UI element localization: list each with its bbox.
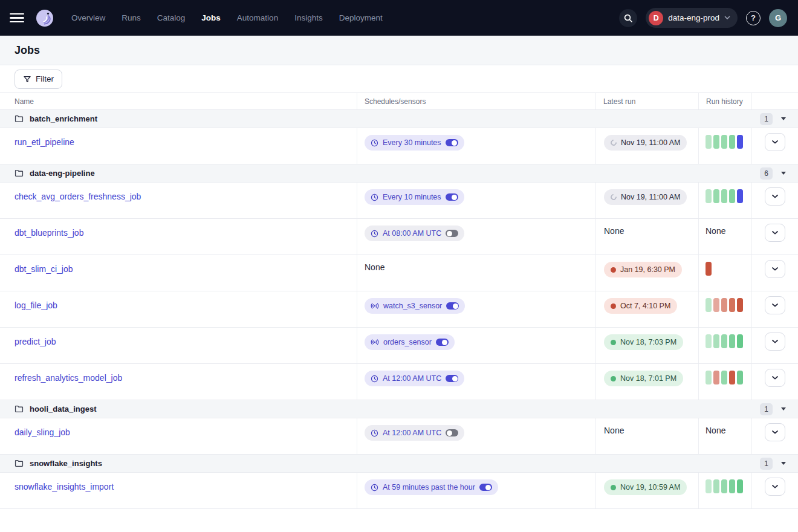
sensor-badge[interactable]: watch_s3_sensor xyxy=(365,298,465,314)
job-name-link[interactable]: refresh_analytics_model_job xyxy=(15,373,122,383)
nav-item-insights[interactable]: Insights xyxy=(294,13,323,22)
expand-row-button[interactable] xyxy=(765,133,785,151)
job-name-link[interactable]: daily_sling_job xyxy=(15,427,70,437)
run-history-bar[interactable] xyxy=(737,479,743,493)
latest-run-pill[interactable]: Jan 19, 6:30 PM xyxy=(604,262,682,277)
run-history-bar[interactable] xyxy=(729,189,735,203)
group-collapse-caret[interactable] xyxy=(781,407,786,410)
run-history-bar[interactable] xyxy=(706,135,712,149)
run-history-bar[interactable] xyxy=(729,334,735,348)
latest-run-pill[interactable]: Oct 7, 4:10 PM xyxy=(604,298,677,314)
schedule-badge[interactable]: At 59 minutes past the hour xyxy=(365,479,498,495)
latest-run-cell: Jan 19, 6:30 PM xyxy=(595,255,698,291)
group-collapse-caret[interactable] xyxy=(781,462,786,465)
run-history-bar[interactable] xyxy=(721,479,727,493)
expand-row-button[interactable] xyxy=(765,260,785,278)
expand-row-button[interactable] xyxy=(765,369,785,387)
folder-icon xyxy=(15,459,24,467)
dagster-logo-icon[interactable] xyxy=(35,8,54,28)
job-name-link[interactable]: predict_job xyxy=(15,337,56,346)
nav-item-catalog[interactable]: Catalog xyxy=(157,13,186,22)
schedule-toggle[interactable] xyxy=(479,484,492,491)
run-history-bar[interactable] xyxy=(729,135,735,149)
run-history-bar[interactable] xyxy=(729,298,735,312)
user-avatar[interactable]: G xyxy=(769,9,787,27)
schedule-badge[interactable]: Every 10 minutes xyxy=(365,189,464,205)
schedule-toggle[interactable] xyxy=(446,302,459,310)
search-button[interactable] xyxy=(619,9,637,27)
run-history-bar[interactable] xyxy=(713,371,719,384)
run-history-bar[interactable] xyxy=(721,371,727,384)
run-history-bar[interactable] xyxy=(713,479,719,493)
run-history-bar[interactable] xyxy=(737,298,743,312)
schedule-toggle[interactable] xyxy=(446,429,458,436)
filter-button[interactable]: Filter xyxy=(15,70,62,89)
schedule-cell: At 59 minutes past the hour xyxy=(357,473,595,508)
run-history-bar[interactable] xyxy=(737,334,743,348)
nav-item-deployment[interactable]: Deployment xyxy=(339,13,383,22)
run-history-bar[interactable] xyxy=(706,334,712,348)
job-name-link[interactable]: snowflake_insights_import xyxy=(15,482,114,491)
nav-item-automation[interactable]: Automation xyxy=(237,13,278,22)
workspace-switcher[interactable]: D data-eng-prod xyxy=(646,8,738,28)
schedule-badge[interactable]: At 12:00 AM UTC xyxy=(365,371,464,386)
nav-item-runs[interactable]: Runs xyxy=(122,13,141,22)
schedule-label: orders_sensor xyxy=(383,338,432,346)
latest-run-pill[interactable]: Nov 19, 11:00 AM xyxy=(604,135,687,151)
job-name-link[interactable]: dbt_slim_ci_job xyxy=(15,264,73,274)
schedule-toggle[interactable] xyxy=(446,375,458,382)
run-history-bar[interactable] xyxy=(737,135,743,149)
job-name-link[interactable]: run_etl_pipeline xyxy=(15,137,74,147)
run-history-bar[interactable] xyxy=(713,135,719,149)
run-history-bar[interactable] xyxy=(713,334,719,348)
nav-item-overview[interactable]: Overview xyxy=(71,13,105,22)
run-history-bar[interactable] xyxy=(706,189,712,203)
schedule-toggle[interactable] xyxy=(446,139,458,146)
menu-icon[interactable] xyxy=(10,13,24,23)
group-collapse-caret[interactable] xyxy=(781,117,786,120)
column-header-run-history: Run history xyxy=(698,93,751,109)
schedule-label: watch_s3_sensor xyxy=(383,302,442,310)
help-icon[interactable]: ? xyxy=(746,11,761,25)
job-name-link[interactable]: log_file_job xyxy=(15,300,57,310)
latest-run-pill[interactable]: Nov 19, 11:00 AM xyxy=(604,189,687,205)
job-name-link[interactable]: dbt_blueprints_job xyxy=(15,228,83,238)
run-history-bar[interactable] xyxy=(729,371,735,384)
run-history-bar[interactable] xyxy=(713,189,719,203)
run-history-bar[interactable] xyxy=(706,298,712,312)
group-name: batch_enrichment xyxy=(30,114,97,123)
actions-cell xyxy=(751,183,798,218)
run-history-bar[interactable] xyxy=(737,189,743,203)
schedule-badge[interactable]: Every 30 minutes xyxy=(365,135,464,151)
run-history-bar[interactable] xyxy=(721,135,727,149)
latest-run-pill[interactable]: Nov 19, 10:59 AM xyxy=(604,479,687,495)
expand-row-button[interactable] xyxy=(765,332,785,351)
expand-row-button[interactable] xyxy=(765,296,785,314)
schedule-label: At 12:00 AM UTC xyxy=(383,374,441,383)
run-history-bar[interactable] xyxy=(721,189,727,203)
schedule-toggle[interactable] xyxy=(446,230,458,237)
schedule-badge[interactable]: At 12:00 AM UTC xyxy=(365,425,464,441)
run-history-bar[interactable] xyxy=(721,334,727,348)
nav-item-jobs[interactable]: Jobs xyxy=(201,13,221,22)
expand-row-button[interactable] xyxy=(765,187,785,206)
latest-run-pill[interactable]: Nov 18, 7:01 PM xyxy=(604,371,683,386)
run-history-bar[interactable] xyxy=(706,479,712,493)
expand-row-button[interactable] xyxy=(765,423,785,441)
run-history-bar[interactable] xyxy=(706,371,712,384)
run-history-bar[interactable] xyxy=(721,298,727,312)
run-history-bar[interactable] xyxy=(713,298,719,312)
expand-row-button[interactable] xyxy=(765,478,785,496)
expand-row-button[interactable] xyxy=(765,224,785,242)
schedule-toggle[interactable] xyxy=(436,339,449,346)
job-name-link[interactable]: check_avg_orders_freshness_job xyxy=(15,192,141,201)
run-history-bar[interactable] xyxy=(706,262,712,276)
run-history-bar[interactable] xyxy=(729,479,735,493)
run-history-bar[interactable] xyxy=(737,371,743,384)
sensor-badge[interactable]: orders_sensor xyxy=(365,334,455,350)
latest-run-pill[interactable]: Nov 18, 7:03 PM xyxy=(604,334,683,350)
latest-run-none-label: None xyxy=(604,226,624,236)
schedule-toggle[interactable] xyxy=(446,193,458,201)
group-collapse-caret[interactable] xyxy=(781,172,786,175)
schedule-badge[interactable]: At 08:00 AM UTC xyxy=(365,225,464,241)
